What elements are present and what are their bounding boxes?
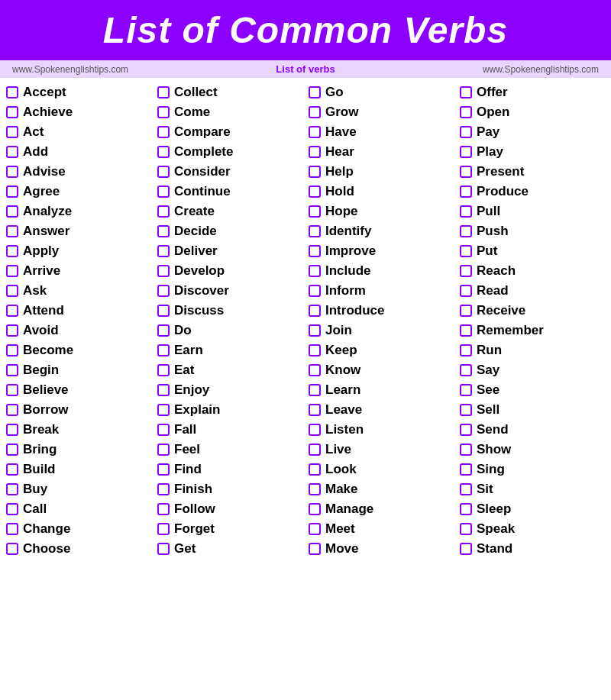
verb-checkbox[interactable] [309, 523, 321, 535]
verb-item[interactable]: Follow [154, 499, 306, 519]
verb-item[interactable]: Produce [457, 182, 608, 202]
verb-checkbox[interactable] [309, 285, 321, 297]
verb-checkbox[interactable] [6, 543, 18, 555]
verb-checkbox[interactable] [309, 245, 321, 257]
verb-item[interactable]: Hope [306, 202, 457, 221]
verb-item[interactable]: Introduce [306, 301, 457, 321]
verb-checkbox[interactable] [460, 106, 472, 118]
verb-checkbox[interactable] [157, 265, 170, 277]
verb-item[interactable]: Develop [154, 261, 306, 281]
verb-item[interactable]: Leave [306, 400, 457, 420]
verb-checkbox[interactable] [309, 503, 321, 515]
verb-checkbox[interactable] [460, 146, 472, 158]
verb-item[interactable]: Reach [457, 261, 608, 281]
verb-checkbox[interactable] [309, 146, 321, 158]
verb-checkbox[interactable] [309, 185, 321, 198]
verb-item[interactable]: Get [154, 539, 306, 559]
verb-item[interactable]: Live [306, 440, 457, 460]
verb-item[interactable]: Identify [306, 221, 457, 241]
verb-item[interactable]: Buy [3, 479, 154, 499]
verb-checkbox[interactable] [460, 543, 472, 555]
verb-checkbox[interactable] [6, 384, 18, 396]
verb-item[interactable]: Grow [306, 102, 457, 122]
verb-checkbox[interactable] [309, 444, 321, 456]
verb-checkbox[interactable] [6, 225, 18, 237]
verb-checkbox[interactable] [6, 205, 18, 218]
verb-item[interactable]: Help [306, 162, 457, 182]
verb-checkbox[interactable] [460, 285, 472, 297]
verb-checkbox[interactable] [157, 166, 170, 178]
verb-checkbox[interactable] [460, 523, 472, 535]
verb-checkbox[interactable] [6, 86, 18, 98]
verb-item[interactable]: Pull [457, 202, 608, 221]
verb-checkbox[interactable] [157, 424, 170, 436]
verb-checkbox[interactable] [309, 344, 321, 356]
verb-checkbox[interactable] [157, 205, 170, 218]
verb-checkbox[interactable] [309, 126, 321, 138]
verb-item[interactable]: Analyze [3, 202, 154, 221]
verb-checkbox[interactable] [460, 483, 472, 495]
verb-checkbox[interactable] [157, 305, 170, 317]
verb-item[interactable]: Become [3, 340, 154, 360]
verb-item[interactable]: Include [306, 261, 457, 281]
verb-checkbox[interactable] [460, 444, 472, 456]
verb-checkbox[interactable] [460, 265, 472, 277]
verb-checkbox[interactable] [309, 265, 321, 277]
verb-checkbox[interactable] [6, 126, 18, 138]
verb-checkbox[interactable] [157, 185, 170, 198]
verb-item[interactable]: Bring [3, 440, 154, 460]
verb-checkbox[interactable] [157, 384, 170, 396]
verb-item[interactable]: Explain [154, 400, 306, 420]
verb-checkbox[interactable] [6, 245, 18, 257]
verb-item[interactable]: Build [3, 460, 154, 479]
verb-checkbox[interactable] [309, 225, 321, 237]
verb-item[interactable]: Forget [154, 519, 306, 539]
verb-checkbox[interactable] [6, 424, 18, 436]
verb-item[interactable]: Listen [306, 420, 457, 440]
verb-item[interactable]: Play [457, 142, 608, 162]
verb-checkbox[interactable] [460, 344, 472, 356]
verb-item[interactable]: Continue [154, 182, 306, 202]
verb-checkbox[interactable] [460, 166, 472, 178]
verb-item[interactable]: Sit [457, 479, 608, 499]
verb-checkbox[interactable] [309, 106, 321, 118]
verb-checkbox[interactable] [6, 285, 18, 297]
verb-checkbox[interactable] [460, 245, 472, 257]
verb-item[interactable]: Call [3, 499, 154, 519]
verb-item[interactable]: Arrive [3, 261, 154, 281]
verb-item[interactable]: Feel [154, 440, 306, 460]
verb-item[interactable]: Answer [3, 221, 154, 241]
verb-checkbox[interactable] [309, 463, 321, 476]
verb-item[interactable]: Push [457, 221, 608, 241]
verb-checkbox[interactable] [460, 86, 472, 98]
verb-checkbox[interactable] [157, 543, 170, 555]
verb-item[interactable]: Say [457, 360, 608, 380]
verb-item[interactable]: Learn [306, 380, 457, 400]
verb-checkbox[interactable] [157, 106, 170, 118]
verb-checkbox[interactable] [6, 364, 18, 376]
verb-item[interactable]: Discover [154, 281, 306, 301]
verb-item[interactable]: Consider [154, 162, 306, 182]
verb-item[interactable]: Borrow [3, 400, 154, 420]
verb-checkbox[interactable] [157, 444, 170, 456]
verb-item[interactable]: Agree [3, 182, 154, 202]
verb-item[interactable]: Accept [3, 82, 154, 102]
verb-item[interactable]: Collect [154, 82, 306, 102]
verb-item[interactable]: Remember [457, 321, 608, 340]
verb-item[interactable]: Create [154, 202, 306, 221]
verb-item[interactable]: Deliver [154, 241, 306, 261]
verb-item[interactable]: Act [3, 122, 154, 142]
verb-checkbox[interactable] [6, 265, 18, 277]
verb-checkbox[interactable] [460, 225, 472, 237]
verb-item[interactable]: Have [306, 122, 457, 142]
verb-item[interactable]: Send [457, 420, 608, 440]
verb-item[interactable]: Run [457, 340, 608, 360]
verb-item[interactable]: Sleep [457, 499, 608, 519]
verb-item[interactable]: Eat [154, 360, 306, 380]
verb-item[interactable]: Add [3, 142, 154, 162]
verb-checkbox[interactable] [6, 523, 18, 535]
verb-item[interactable]: Do [154, 321, 306, 340]
verb-checkbox[interactable] [6, 106, 18, 118]
verb-item[interactable]: See [457, 380, 608, 400]
verb-item[interactable]: Advise [3, 162, 154, 182]
